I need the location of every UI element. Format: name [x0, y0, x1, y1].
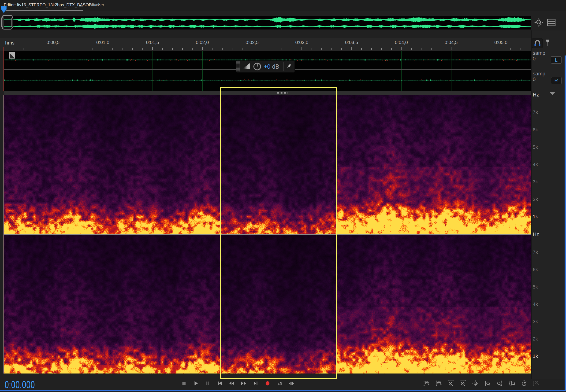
freq-tick-label: 4k — [533, 162, 538, 167]
freq-tick-label: 4k — [533, 301, 538, 307]
time-display[interactable]: 0:00.000 — [5, 379, 35, 391]
right-channel-badge[interactable]: R — [551, 77, 562, 84]
monitor-headphones-button[interactable] — [532, 38, 543, 48]
skip-to-end-button[interactable] — [252, 380, 259, 387]
ruler-tick — [152, 47, 153, 50]
ruler-tick-label: 0:02,0 — [196, 40, 209, 45]
ruler-tick — [311, 48, 312, 50]
collapse-arrow-icon[interactable] — [550, 92, 555, 95]
zoom-reset-icon[interactable] — [472, 380, 479, 387]
skip-to-start-button[interactable] — [216, 380, 223, 387]
ruler-tick — [411, 48, 412, 50]
viewport-right-handle[interactable] — [12, 17, 13, 27]
record-button[interactable] — [264, 380, 271, 387]
ruler-tick — [391, 48, 392, 50]
vertical-scrollbar[interactable] — [565, 56, 566, 390]
hud-pin-icon[interactable] — [286, 63, 292, 70]
zoom-in-vertical-icon[interactable] — [423, 380, 430, 387]
zoom-out-horizontal-icon[interactable] — [460, 380, 467, 387]
pin-marker-icon — [545, 39, 551, 47]
zoom-to-out-point-icon[interactable] — [496, 380, 503, 387]
ruler-tick — [510, 48, 511, 50]
playhead-marker[interactable] — [0, 6, 7, 14]
overview-viewport-box[interactable] — [2, 15, 13, 29]
hud-drag-handle[interactable] — [236, 61, 240, 72]
ruler-tick — [501, 47, 501, 50]
zoom-out-vertical-icon[interactable] — [435, 380, 442, 387]
zoom-to-in-point-icon[interactable] — [484, 380, 491, 387]
ruler-tick — [521, 48, 521, 50]
ruler-tick-label: 0:03,0 — [296, 40, 309, 45]
ruler-tick — [83, 48, 83, 50]
playhead-line-waveform[interactable] — [3, 47, 4, 91]
tab-mischer-label: Mischer — [89, 2, 104, 7]
ruler-tick — [33, 48, 33, 50]
freq-tick-label: 2k — [533, 196, 538, 202]
ruler-tick — [232, 48, 232, 50]
ruler-tick — [212, 48, 212, 50]
ruler-tick — [461, 48, 461, 50]
freq-tick-label: 3k — [533, 179, 538, 184]
ruler-tick — [123, 48, 123, 50]
play-button[interactable] — [192, 380, 199, 387]
freq-tick-label: 5k — [533, 144, 538, 150]
pan-zoom-icon[interactable] — [534, 18, 543, 27]
timer-icon[interactable] — [521, 380, 528, 387]
fast-forward-button[interactable] — [240, 380, 247, 387]
ruler-tick-label: 0:05,0 — [494, 40, 508, 45]
zoom-toolbar — [423, 380, 540, 387]
ruler-tick — [301, 47, 302, 50]
freq-tick-label: 6k — [533, 127, 538, 133]
zoom-to-selection-icon[interactable] — [508, 380, 515, 387]
horizontal-scrollbar[interactable] — [0, 390, 566, 391]
ruler-tick — [262, 48, 262, 50]
ruler-tick — [341, 48, 342, 50]
status-bar: 0:00.000 — [0, 379, 566, 390]
ruler-tick — [103, 47, 103, 50]
ruler-tick — [272, 48, 272, 50]
ruler-tick — [282, 48, 282, 50]
viewport-left-handle[interactable] — [1, 17, 3, 27]
zoom-in-vertical-disabled-icon — [533, 380, 540, 387]
freq-tick-label: 6k — [533, 267, 538, 272]
gain-value[interactable]: +0 — [264, 63, 270, 70]
marker-pin-button[interactable] — [544, 39, 551, 47]
freq-tick-label: 7k — [533, 109, 538, 115]
tab-editor[interactable]: Editor: ltv16_STEREO_13k2bps_DTX_BASOP.w… — [4, 2, 100, 8]
panel-menu-icon[interactable] — [79, 4, 83, 7]
tab-mischer[interactable]: Mischer — [89, 2, 104, 8]
channel-fade-icon[interactable] — [9, 52, 15, 59]
gain-knob[interactable] — [253, 62, 261, 71]
ruler-tick — [23, 48, 23, 50]
freq-tick-label: 1k — [533, 353, 538, 359]
ruler-tick — [142, 48, 143, 50]
left-channel-badge[interactable]: L — [551, 56, 562, 64]
ruler-tick — [162, 48, 163, 50]
ruler-tick — [351, 47, 352, 50]
playhead-line-spectrogram — [3, 95, 4, 374]
overview-waveform[interactable] — [4, 16, 531, 29]
time-selection-rect[interactable] — [220, 87, 337, 379]
ruler-tick — [371, 48, 372, 50]
ruler-tick-label: 0:00,5 — [47, 40, 60, 45]
ruler-tick-label: 0:04,0 — [395, 40, 408, 45]
audition-editor-panel: Editor: ltv16_STEREO_13k2bps_DTX_BASOP.w… — [0, 0, 566, 392]
volume-bars-icon[interactable] — [243, 63, 250, 70]
freq-tick-label: 2k — [533, 336, 538, 342]
ruler-tick — [113, 48, 113, 50]
ruler-tick — [132, 48, 133, 50]
ruler-tick — [401, 47, 402, 50]
ruler-tick — [202, 47, 203, 50]
stop-button[interactable] — [180, 380, 187, 387]
ruler-tick — [481, 48, 481, 50]
ruler-tick — [471, 48, 471, 50]
loop-playback-button[interactable] — [276, 380, 283, 387]
rewind-button[interactable] — [228, 380, 235, 387]
time-ruler[interactable]: hms 0:00,50:01,00:01,50:02,00:02,50:03,0… — [0, 38, 531, 51]
pause-button[interactable] — [204, 380, 211, 387]
zoom-in-horizontal-icon[interactable] — [447, 380, 454, 387]
ruler-tick — [13, 48, 13, 50]
freq-tick-label: 3k — [533, 319, 538, 324]
show-layers-icon[interactable] — [547, 18, 556, 27]
skip-selection-button[interactable] — [288, 380, 295, 387]
